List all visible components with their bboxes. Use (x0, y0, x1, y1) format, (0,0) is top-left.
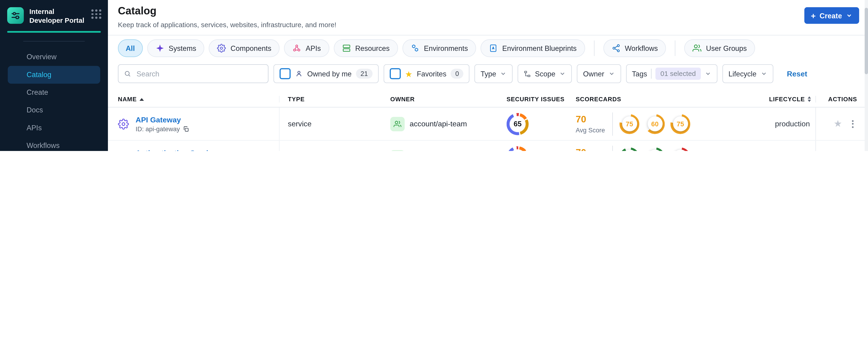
column-header-security: SECURITY ISSUES (498, 96, 570, 103)
chevron-down-icon (608, 70, 615, 77)
row-menu-icon[interactable] (851, 119, 855, 129)
column-header-lifecycle[interactable]: LIFECYCLE (769, 96, 815, 103)
sidebar-item-create[interactable]: Create (8, 83, 100, 101)
sidebar-item-apis[interactable]: APIs (8, 119, 100, 137)
scorecards-cell: 70 Avg Score 908041 (570, 141, 770, 151)
create-button[interactable]: + Create (804, 7, 859, 24)
favorites-filter[interactable]: ★ Favorites 0 (383, 64, 469, 83)
sidebar-item-workflows[interactable]: Workflows (8, 137, 100, 151)
sidebar-divider (23, 41, 85, 41)
tab-systems[interactable]: Systems (147, 39, 205, 57)
scorecard-ring: 60 (645, 114, 665, 134)
owned-by-me-checkbox[interactable] (280, 68, 291, 79)
sidebar-item-overview[interactable]: Overview (8, 48, 100, 65)
tab-components[interactable]: Components (209, 39, 280, 57)
avg-score: 70 Avg Score (576, 147, 608, 151)
sidebar-nav: OverviewCatalogCreateDocsAPIsWorkflowsra… (0, 46, 108, 151)
table-body: API Gateway ID: api-gateway service acco… (108, 108, 868, 151)
page-header: Catalog Keep track of applications, serv… (108, 0, 868, 35)
sidebar: Internal Developer Portal OverviewCatalo… (0, 0, 108, 151)
lifecycle-dropdown[interactable]: Lifecycle (722, 64, 773, 83)
tab-workflows[interactable]: Workflows (603, 39, 666, 57)
page-subtitle: Keep track of applications, services, we… (118, 21, 336, 29)
tab-user-groups[interactable]: User Groups (684, 39, 755, 57)
actions-cell: ★ (815, 108, 868, 140)
tab-separator (675, 40, 676, 56)
tags-dropdown[interactable]: Tags 01 selected (626, 64, 718, 83)
owned-count-badge: 21 (356, 69, 372, 79)
avg-score-value: 70 (576, 114, 608, 125)
avg-score: 70 Avg Score (576, 114, 608, 133)
scope-tree-icon (524, 70, 531, 77)
column-header-name[interactable]: NAME (108, 96, 279, 103)
favorites-count-badge: 0 (451, 69, 463, 79)
security-issues-cell: 42 (498, 141, 570, 151)
name-cell: Authentication Service ID: auth-service (108, 141, 279, 151)
tab-all[interactable]: All (118, 39, 143, 57)
search-input[interactable] (135, 69, 262, 79)
favorites-checkbox[interactable] (390, 68, 401, 79)
owner-name[interactable]: account/api-team (410, 120, 467, 128)
filters-row: Owned by me 21 ★ Favorites 0 Type Scope … (108, 57, 868, 83)
avg-score-value: 70 (576, 147, 608, 151)
person-icon (295, 70, 303, 78)
table-header: NAME TYPE OWNER SECURITY ISSUES SCORECAR… (108, 91, 868, 108)
owned-by-me-filter[interactable]: Owned by me 21 (273, 64, 378, 83)
type-dropdown[interactable]: Type (475, 64, 513, 83)
scorecard-value: 60 (647, 116, 662, 131)
owner-cell: account/security-team (382, 141, 498, 151)
security-issues-donut: 42 (506, 146, 528, 151)
entity-kind-tabs: AllSystemsComponentsAPIsResourcesEnviron… (108, 35, 868, 57)
systems-icon (155, 44, 164, 53)
lifecycle-cell: production (769, 108, 815, 140)
scorecard-rings: 756075 (619, 114, 690, 134)
lifecycle-cell: production (769, 141, 815, 151)
scorecard-value: 75 (622, 116, 637, 131)
tab-resources[interactable]: Resources (334, 39, 398, 57)
vertical-scrollbar-thumb[interactable] (865, 8, 868, 74)
security-issues-donut: 65 (506, 113, 528, 135)
copy-icon[interactable] (183, 125, 189, 132)
tab-separator (594, 40, 594, 56)
avg-score-label: Avg Score (576, 127, 608, 133)
team-icon (391, 150, 405, 151)
search-box[interactable] (118, 64, 269, 83)
scorecard-ring: 75 (619, 114, 640, 134)
scorecard-value: 75 (673, 116, 688, 131)
app-grid-icon[interactable] (91, 9, 101, 19)
security-issues-cell: 65 (498, 108, 570, 140)
scorecards-cell: 70 Avg Score 756075 (570, 108, 770, 140)
tags-selected-pill: 01 selected (655, 68, 701, 80)
scope-dropdown[interactable]: Scope (518, 64, 572, 83)
gear-icon (217, 44, 226, 53)
scorecard-value: 80 (647, 150, 662, 151)
owner-cell: account/api-team (382, 108, 498, 140)
scorecard-value: 90 (622, 150, 637, 151)
owner-dropdown[interactable]: Owner (577, 64, 621, 83)
scorecard-value: 41 (673, 150, 688, 151)
plus-icon: + (811, 11, 816, 20)
hexagons-icon (410, 44, 420, 53)
blueprint-icon (489, 44, 498, 53)
chevron-down-icon (500, 70, 507, 77)
name-cell: API Gateway ID: api-gateway (108, 108, 279, 140)
workflows-icon (612, 44, 620, 53)
star-icon: ★ (405, 69, 412, 78)
sidebar-item-catalog[interactable]: Catalog (8, 66, 100, 83)
tab-environments[interactable]: Environments (402, 39, 476, 57)
chevron-down-icon (846, 12, 853, 19)
scorecard-ring: 41 (670, 147, 690, 151)
app-window: Internal Developer Portal OverviewCatalo… (0, 0, 868, 151)
tab-apis[interactable]: APIs (284, 39, 329, 57)
sidebar-item-docs[interactable]: Docs (8, 101, 100, 119)
tab-environment-blueprints[interactable]: Environment Blueprints (480, 39, 585, 57)
accent-rule (7, 31, 101, 32)
favorite-star-icon[interactable]: ★ (834, 119, 842, 129)
column-header-type: TYPE (280, 96, 382, 103)
entity-name-link[interactable]: API Gateway (135, 115, 189, 124)
entity-name-link[interactable]: Authentication Service (135, 149, 217, 151)
scorecard-ring: 80 (645, 147, 665, 151)
actions-cell: ★ (815, 141, 868, 151)
reset-filters-link[interactable]: Reset (787, 69, 807, 78)
brand-title: Internal Developer Portal (29, 7, 86, 25)
